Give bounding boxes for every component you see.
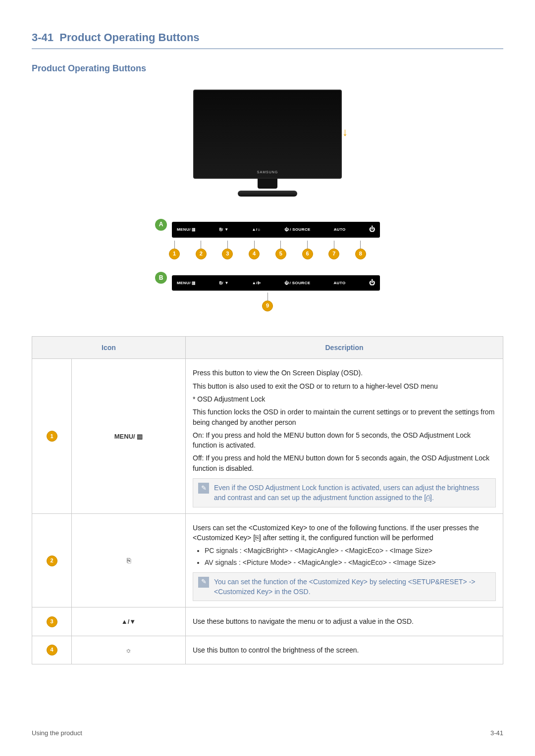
num-badge-3: 3 bbox=[222, 249, 233, 259]
bar-b-key4: ⏻ / SOURCE bbox=[284, 280, 311, 286]
bar-a-key3: ▲/☼ bbox=[252, 227, 261, 233]
row2-desc: Users can set the <Customized Key> to on… bbox=[186, 513, 503, 607]
num-badge-1: 1 bbox=[169, 249, 180, 259]
note-icon: ✎ bbox=[198, 577, 209, 588]
button-bar-a: MENU/ ▥ ⎘/ ▼ ▲/☼ ⏻ / SOURCE AUTO ⏻ bbox=[172, 222, 380, 237]
bar-b-power-icon: ⏻ bbox=[369, 279, 375, 287]
r2-note: ✎ You can set the function of the <Custo… bbox=[193, 572, 496, 602]
callout-2: 2 bbox=[196, 241, 207, 259]
r2-note-text: You can set the function of the <Customi… bbox=[214, 577, 490, 597]
row4-num: 4 bbox=[32, 636, 72, 664]
callout-7: 7 bbox=[328, 241, 339, 259]
num-badge-r4: 4 bbox=[47, 645, 57, 655]
r1-p1: Press this button to view the On Screen … bbox=[193, 368, 496, 378]
num-badge-8: 8 bbox=[355, 249, 366, 259]
bar-a-auto: AUTO bbox=[334, 227, 346, 233]
r1-p3: * OSD Adjustment Lock bbox=[193, 394, 496, 404]
bar-b-menu: MENU/ ▥ bbox=[177, 280, 196, 286]
r1-p4: This function locks the OSD in order to … bbox=[193, 407, 496, 427]
r4-p1: Use this button to control the brightnes… bbox=[193, 645, 496, 655]
side-badge-b: B bbox=[155, 272, 167, 284]
r1-note: ✎ Even if the OSD Adjustment Lock functi… bbox=[193, 478, 496, 507]
table-row: 1 MENU/ ▥ Press this button to view the … bbox=[32, 359, 503, 513]
row4-desc: Use this button to control the brightnes… bbox=[186, 636, 503, 664]
num-badge-2: 2 bbox=[196, 249, 207, 259]
r3-p1: Use these buttons to navigate the menu o… bbox=[193, 616, 496, 626]
monitor-illustration: SAMSUNG ↓ bbox=[193, 90, 342, 197]
row4-icon: ☼ bbox=[72, 636, 186, 664]
callout-row-a: 1 2 3 4 5 6 7 8 bbox=[151, 241, 384, 259]
section-number: 3-41 bbox=[32, 31, 54, 44]
bar-a-menu: MENU/ ▥ bbox=[177, 227, 196, 233]
num-badge-6: 6 bbox=[302, 249, 313, 259]
figure: SAMSUNG ↓ A MENU/ ▥ ⎘/ ▼ ▲/☼ ⏻ / SOURCE … bbox=[32, 90, 503, 311]
led-arrow-icon: ↓ bbox=[342, 124, 348, 140]
r1-p6: Off: If you press and hold the MENU butt… bbox=[193, 453, 496, 473]
r2-li1: PC signals : <MagicBright> - <MagicAngle… bbox=[205, 546, 496, 555]
r1-p2: This button is also used to exit the OSD… bbox=[193, 381, 496, 391]
nav-icon: ▲/▼ bbox=[121, 617, 136, 627]
table-header-desc: Description bbox=[186, 337, 503, 359]
brightness-icon: ☼ bbox=[125, 646, 132, 654]
section-title-text: Product Operating Buttons bbox=[59, 31, 199, 44]
row2-icon: ⎘ bbox=[72, 513, 186, 607]
callout-8: 8 bbox=[355, 241, 366, 259]
footer-right: 3-41 bbox=[490, 729, 503, 738]
num-badge-r2: 2 bbox=[47, 555, 57, 566]
side-badge-a: A bbox=[155, 219, 167, 231]
row3-icon: ▲/▼ bbox=[72, 607, 186, 636]
num-badge-r3: 3 bbox=[47, 616, 57, 627]
note-icon: ✎ bbox=[198, 483, 209, 494]
page-subtitle: Product Operating Buttons bbox=[32, 62, 503, 75]
section-title: 3-41 Product Operating Buttons bbox=[32, 30, 503, 49]
bar-a-key2: ⎘/ ▼ bbox=[219, 227, 229, 233]
page-footer: Using the product 3-41 bbox=[32, 729, 503, 738]
footer-left: Using the product bbox=[32, 729, 82, 738]
r1-note-text: Even if the OSD Adjustment Lock function… bbox=[214, 483, 490, 503]
bar-b-key2: ⎘/ ▼ bbox=[219, 280, 229, 286]
monitor-stand bbox=[238, 191, 297, 197]
callout-9: 9 bbox=[262, 293, 273, 311]
r2-p1: Users can set the <Customized Key> to on… bbox=[193, 523, 496, 543]
menu-icon-label: MENU/ ▥ bbox=[114, 432, 143, 442]
bar-a-key4: ⏻ / SOURCE bbox=[284, 227, 311, 233]
button-bar-b-wrap: B MENU/ ▥ ⎘/ ▼ ▲/⦀⦁ ⏻ / SOURCE AUTO ⏻ bbox=[32, 262, 503, 294]
row2-num: 2 bbox=[32, 513, 72, 607]
monitor-brand: SAMSUNG bbox=[257, 170, 278, 175]
row1-icon: MENU/ ▥ bbox=[72, 359, 186, 513]
table-row: 2 ⎘ Users can set the <Customized Key> t… bbox=[32, 513, 503, 607]
table-row: 3 ▲/▼ Use these buttons to navigate the … bbox=[32, 607, 503, 636]
button-bar-b: MENU/ ▥ ⎘/ ▼ ▲/⦀⦁ ⏻ / SOURCE AUTO ⏻ bbox=[172, 275, 380, 291]
bar-a-power-icon: ⏻ bbox=[369, 225, 375, 234]
table-header-icon: Icon bbox=[32, 337, 186, 359]
monitor-neck bbox=[258, 179, 277, 189]
row1-desc: Press this button to view the On Screen … bbox=[186, 359, 503, 513]
monitor-screen: SAMSUNG bbox=[193, 90, 342, 179]
row3-num: 3 bbox=[32, 607, 72, 636]
r2-list: PC signals : <MagicBright> - <MagicAngle… bbox=[205, 546, 496, 567]
row3-desc: Use these buttons to navigate the menu o… bbox=[186, 607, 503, 636]
bar-b-key3: ▲/⦀⦁ bbox=[252, 280, 261, 286]
callout-row-b: 9 bbox=[32, 293, 503, 311]
callout-5: 5 bbox=[275, 241, 286, 259]
r1-p5: On: If you press and hold the MENU butto… bbox=[193, 430, 496, 451]
button-table: Icon Description 1 MENU/ ▥ Press this bu… bbox=[32, 336, 503, 664]
num-badge-r1: 1 bbox=[47, 431, 57, 442]
custom-key-icon: ⎘ bbox=[127, 556, 131, 564]
callout-1: 1 bbox=[169, 241, 180, 259]
callout-6: 6 bbox=[302, 241, 313, 259]
callout-3: 3 bbox=[222, 241, 233, 259]
num-badge-5: 5 bbox=[275, 249, 286, 259]
bar-b-auto: AUTO bbox=[333, 280, 345, 286]
num-badge-7: 7 bbox=[328, 249, 339, 259]
callout-4: 4 bbox=[249, 241, 260, 259]
row1-num: 1 bbox=[32, 359, 72, 513]
table-row: 4 ☼ Use this button to control the brigh… bbox=[32, 636, 503, 664]
num-badge-4: 4 bbox=[249, 249, 260, 259]
num-badge-9: 9 bbox=[262, 301, 273, 311]
r2-li2: AV signals : <Picture Mode> - <MagicAngl… bbox=[205, 557, 496, 567]
button-bar-a-wrap: A MENU/ ▥ ⎘/ ▼ ▲/☼ ⏻ / SOURCE AUTO ⏻ bbox=[32, 209, 503, 240]
